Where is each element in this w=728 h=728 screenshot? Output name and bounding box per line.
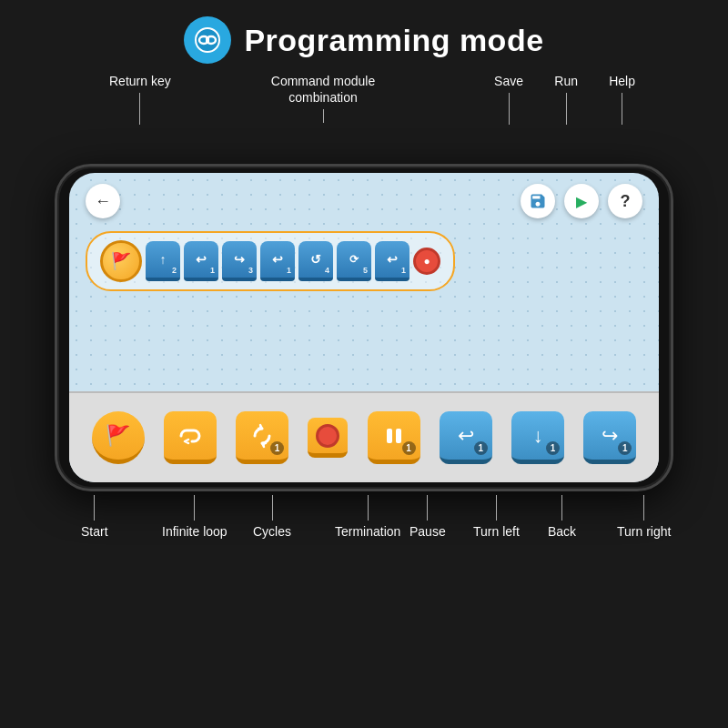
block-turnleft3[interactable]: ↩ 1 — [375, 241, 410, 281]
block-rotate[interactable]: ⟳ 5 — [337, 241, 371, 281]
label-cycles: Cycles — [253, 524, 291, 539]
toolbar-pause[interactable]: 1 — [368, 411, 420, 464]
toolbar-infinite-loop[interactable] — [164, 411, 217, 464]
toolbar-turn-left[interactable]: ↩ 1 — [440, 411, 492, 464]
toolbar-start[interactable]: 🚩 — [92, 411, 145, 464]
label-termination: Termination — [335, 524, 400, 539]
return-key-label: Return key — [109, 73, 171, 125]
label-turn-left: Turn left — [473, 524, 520, 539]
toolbar-termination[interactable] — [308, 418, 348, 458]
run-button[interactable]: ▶ — [564, 184, 599, 218]
back-button[interactable]: ← — [86, 184, 120, 218]
run-label: Run — [554, 73, 578, 125]
screen-toolbar: 🚩 1 — [69, 391, 659, 482]
toolbar-turn-right[interactable]: ↪ 1 — [583, 411, 636, 464]
block-turnright[interactable]: ↪ 3 — [222, 241, 257, 281]
save-button[interactable] — [521, 184, 555, 218]
block-turnleft1[interactable]: ↩ 1 — [184, 241, 218, 281]
block-forward[interactable]: ↑ 2 — [146, 241, 180, 281]
header: Programming mode — [157, 0, 571, 73]
block-turnleft2[interactable]: ↩ 1 — [260, 241, 295, 281]
svg-rect-5 — [387, 429, 392, 443]
block-loop1[interactable]: ↺ 4 — [298, 241, 333, 281]
block-stop[interactable]: ● — [413, 248, 440, 275]
label-infinite-loop: Infinite loop — [162, 524, 228, 539]
help-label: Help — [609, 73, 635, 125]
label-back: Back — [548, 524, 576, 539]
block-start[interactable]: 🚩 — [100, 240, 142, 282]
toolbar-back[interactable]: ↓ 1 — [511, 411, 564, 464]
page-title: Programming mode — [244, 23, 543, 58]
label-start: Start — [81, 524, 108, 539]
label-turn-right: Turn right — [617, 524, 671, 539]
svg-rect-6 — [396, 429, 401, 443]
command-strip: 🚩 ↑ 2 ↩ 1 ↪ 3 ↩ — [86, 231, 455, 291]
svg-rect-4 — [206, 37, 209, 43]
toolbar-cycles[interactable]: 1 — [236, 411, 288, 464]
help-button[interactable]: ? — [608, 184, 642, 218]
phone-screen: ← ▶ ? — [69, 173, 659, 482]
command-module-label: Command modulecombination — [255, 73, 391, 123]
label-pause: Pause — [410, 524, 446, 539]
save-label: Save — [494, 73, 523, 125]
phone-frame: ← ▶ ? — [55, 164, 673, 491]
programming-mode-icon — [184, 16, 231, 64]
